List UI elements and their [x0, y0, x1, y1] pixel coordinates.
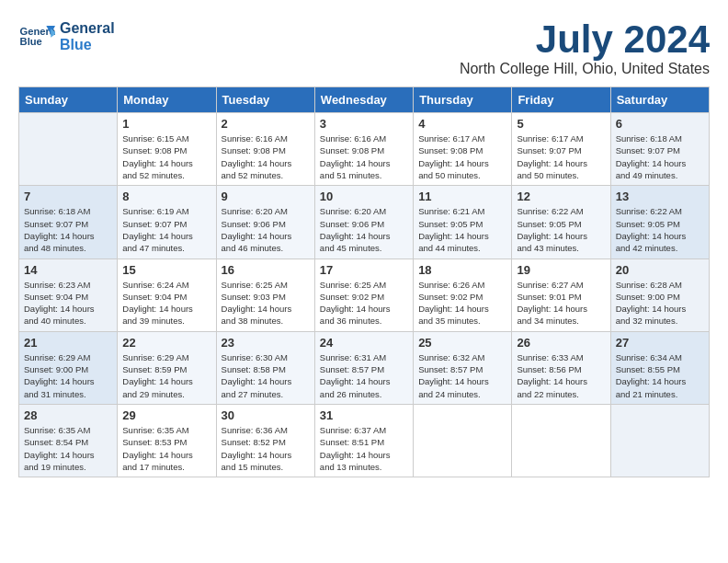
cell-info: Sunrise: 6:37 AM Sunset: 8:51 PM Dayligh… — [320, 424, 408, 473]
day-header-saturday: Saturday — [610, 87, 709, 113]
cell-info: Sunrise: 6:35 AM Sunset: 8:54 PM Dayligh… — [24, 424, 112, 473]
calendar-cell: 5Sunrise: 6:17 AM Sunset: 9:07 PM Daylig… — [512, 113, 610, 186]
calendar-cell: 26Sunrise: 6:33 AM Sunset: 8:56 PM Dayli… — [512, 331, 610, 404]
calendar-cell — [610, 404, 709, 477]
calendar-cell: 20Sunrise: 6:28 AM Sunset: 9:00 PM Dayli… — [610, 259, 709, 331]
cell-info: Sunrise: 6:16 AM Sunset: 9:08 PM Dayligh… — [222, 132, 310, 181]
cell-date: 14 — [24, 263, 112, 277]
cell-date: 13 — [616, 190, 704, 203]
cell-date: 31 — [320, 408, 408, 422]
cell-info: Sunrise: 6:29 AM Sunset: 9:00 PM Dayligh… — [24, 351, 112, 400]
cell-date: 4 — [418, 117, 506, 131]
calendar-cell: 12Sunrise: 6:22 AM Sunset: 9:05 PM Dayli… — [512, 186, 610, 259]
svg-text:Blue: Blue — [20, 36, 42, 47]
cell-info: Sunrise: 6:20 AM Sunset: 9:06 PM Dayligh… — [222, 205, 310, 254]
cell-info: Sunrise: 6:33 AM Sunset: 8:56 PM Dayligh… — [517, 351, 605, 400]
cell-info: Sunrise: 6:19 AM Sunset: 9:07 PM Dayligh… — [122, 205, 210, 254]
cell-date: 21 — [24, 336, 112, 350]
calendar-cell — [512, 404, 610, 477]
calendar-cell: 28Sunrise: 6:35 AM Sunset: 8:54 PM Dayli… — [19, 404, 118, 477]
calendar-cell: 10Sunrise: 6:20 AM Sunset: 9:06 PM Dayli… — [314, 186, 413, 259]
cell-date: 2 — [222, 117, 310, 131]
calendar-title: July 2024 — [460, 18, 710, 61]
cell-info: Sunrise: 6:23 AM Sunset: 9:04 PM Dayligh… — [24, 279, 112, 327]
cell-info: Sunrise: 6:26 AM Sunset: 9:02 PM Dayligh… — [418, 279, 506, 327]
week-row-1: 1Sunrise: 6:15 AM Sunset: 9:08 PM Daylig… — [19, 113, 710, 186]
calendar-cell: 13Sunrise: 6:22 AM Sunset: 9:05 PM Dayli… — [610, 186, 709, 259]
cell-info: Sunrise: 6:16 AM Sunset: 9:08 PM Dayligh… — [320, 132, 408, 181]
calendar-cell: 7Sunrise: 6:18 AM Sunset: 9:07 PM Daylig… — [19, 186, 118, 259]
header: General Blue General Blue July 2024 Nort… — [18, 18, 710, 77]
cell-date: 20 — [616, 263, 704, 277]
cell-info: Sunrise: 6:25 AM Sunset: 9:02 PM Dayligh… — [320, 279, 408, 327]
cell-info: Sunrise: 6:22 AM Sunset: 9:05 PM Dayligh… — [517, 205, 605, 254]
cell-date: 6 — [616, 117, 704, 131]
logo-line1: General — [60, 20, 115, 37]
cell-info: Sunrise: 6:30 AM Sunset: 8:58 PM Dayligh… — [222, 351, 310, 400]
calendar-cell: 25Sunrise: 6:32 AM Sunset: 8:57 PM Dayli… — [414, 331, 512, 404]
calendar-cell: 14Sunrise: 6:23 AM Sunset: 9:04 PM Dayli… — [19, 259, 118, 331]
day-header-wednesday: Wednesday — [314, 87, 413, 113]
cell-date: 12 — [517, 190, 605, 203]
cell-info: Sunrise: 6:29 AM Sunset: 8:59 PM Dayligh… — [122, 351, 210, 400]
calendar-cell: 11Sunrise: 6:21 AM Sunset: 9:05 PM Dayli… — [414, 186, 512, 259]
cell-date: 17 — [320, 263, 408, 277]
cell-date: 16 — [222, 263, 310, 277]
cell-info: Sunrise: 6:17 AM Sunset: 9:07 PM Dayligh… — [517, 132, 605, 181]
day-header-monday: Monday — [118, 87, 216, 113]
calendar-cell: 27Sunrise: 6:34 AM Sunset: 8:55 PM Dayli… — [610, 331, 709, 404]
calendar-cell: 17Sunrise: 6:25 AM Sunset: 9:02 PM Dayli… — [314, 259, 413, 331]
cell-info: Sunrise: 6:25 AM Sunset: 9:03 PM Dayligh… — [222, 279, 310, 327]
cell-info: Sunrise: 6:35 AM Sunset: 8:53 PM Dayligh… — [122, 424, 210, 473]
calendar-cell: 24Sunrise: 6:31 AM Sunset: 8:57 PM Dayli… — [314, 331, 413, 404]
calendar-cell: 6Sunrise: 6:18 AM Sunset: 9:07 PM Daylig… — [610, 113, 709, 186]
calendar-cell — [19, 113, 118, 186]
cell-date: 27 — [616, 336, 704, 350]
calendar-cell: 18Sunrise: 6:26 AM Sunset: 9:02 PM Dayli… — [414, 259, 512, 331]
logo-line2: Blue — [60, 37, 115, 53]
week-row-5: 28Sunrise: 6:35 AM Sunset: 8:54 PM Dayli… — [19, 404, 710, 477]
cell-info: Sunrise: 6:22 AM Sunset: 9:05 PM Dayligh… — [616, 205, 704, 254]
cell-date: 30 — [222, 408, 310, 422]
calendar-cell: 15Sunrise: 6:24 AM Sunset: 9:04 PM Dayli… — [118, 259, 216, 331]
calendar-cell: 31Sunrise: 6:37 AM Sunset: 8:51 PM Dayli… — [314, 404, 413, 477]
cell-date: 23 — [222, 336, 310, 350]
cell-date: 18 — [418, 263, 506, 277]
calendar-cell: 16Sunrise: 6:25 AM Sunset: 9:03 PM Dayli… — [216, 259, 314, 331]
calendar-cell: 4Sunrise: 6:17 AM Sunset: 9:08 PM Daylig… — [414, 113, 512, 186]
week-row-4: 21Sunrise: 6:29 AM Sunset: 9:00 PM Dayli… — [19, 331, 710, 404]
cell-info: Sunrise: 6:36 AM Sunset: 8:52 PM Dayligh… — [222, 424, 310, 473]
calendar-cell: 9Sunrise: 6:20 AM Sunset: 9:06 PM Daylig… — [216, 186, 314, 259]
cell-date: 25 — [418, 336, 506, 350]
calendar-cell: 3Sunrise: 6:16 AM Sunset: 9:08 PM Daylig… — [314, 113, 413, 186]
calendar-cell: 1Sunrise: 6:15 AM Sunset: 9:08 PM Daylig… — [118, 113, 216, 186]
cell-date: 7 — [24, 190, 112, 203]
calendar-table: SundayMondayTuesdayWednesdayThursdayFrid… — [18, 86, 710, 477]
cell-date: 15 — [122, 263, 210, 277]
cell-date: 5 — [517, 117, 605, 131]
logo: General Blue General Blue — [18, 18, 115, 55]
calendar-cell: 8Sunrise: 6:19 AM Sunset: 9:07 PM Daylig… — [118, 186, 216, 259]
logo-icon: General Blue — [18, 18, 55, 55]
cell-info: Sunrise: 6:17 AM Sunset: 9:08 PM Dayligh… — [418, 132, 506, 181]
cell-date: 9 — [222, 190, 310, 203]
cell-info: Sunrise: 6:21 AM Sunset: 9:05 PM Dayligh… — [418, 205, 506, 254]
cell-date: 11 — [418, 190, 506, 203]
cell-info: Sunrise: 6:27 AM Sunset: 9:01 PM Dayligh… — [517, 279, 605, 327]
cell-date: 1 — [122, 117, 210, 131]
cell-info: Sunrise: 6:28 AM Sunset: 9:00 PM Dayligh… — [616, 279, 704, 327]
cell-date: 26 — [517, 336, 605, 350]
cell-info: Sunrise: 6:24 AM Sunset: 9:04 PM Dayligh… — [122, 279, 210, 327]
calendar-subtitle: North College Hill, Ohio, United States — [460, 61, 710, 77]
cell-date: 8 — [122, 190, 210, 203]
calendar-cell: 30Sunrise: 6:36 AM Sunset: 8:52 PM Dayli… — [216, 404, 314, 477]
day-header-friday: Friday — [512, 87, 610, 113]
cell-info: Sunrise: 6:15 AM Sunset: 9:08 PM Dayligh… — [122, 132, 210, 181]
day-header-tuesday: Tuesday — [216, 87, 314, 113]
cell-date: 3 — [320, 117, 408, 131]
calendar-cell: 29Sunrise: 6:35 AM Sunset: 8:53 PM Dayli… — [118, 404, 216, 477]
cell-date: 10 — [320, 190, 408, 203]
day-header-thursday: Thursday — [414, 87, 512, 113]
cell-info: Sunrise: 6:34 AM Sunset: 8:55 PM Dayligh… — [616, 351, 704, 400]
week-row-2: 7Sunrise: 6:18 AM Sunset: 9:07 PM Daylig… — [19, 186, 710, 259]
